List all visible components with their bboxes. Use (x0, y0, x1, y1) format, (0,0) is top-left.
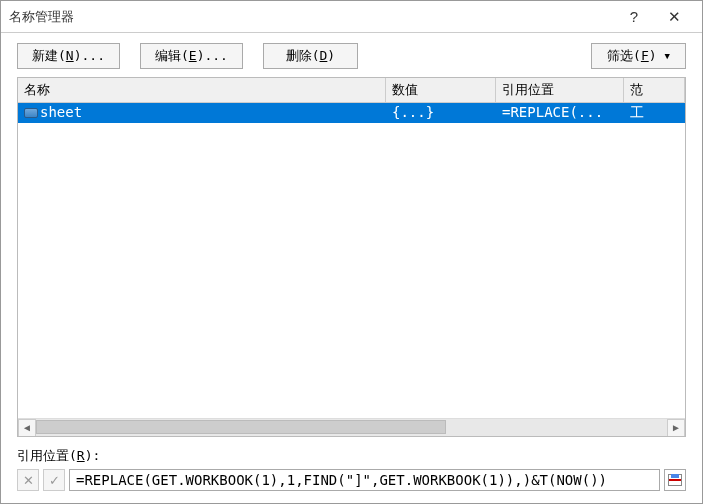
chevron-down-icon: ▼ (665, 51, 670, 61)
cancel-edit-button[interactable]: ✕ (17, 469, 39, 491)
scroll-right-icon[interactable]: ► (667, 419, 685, 437)
list-item[interactable]: sheet {...} =REPLACE(... 工 (18, 103, 685, 123)
header-scope[interactable]: 范 (624, 78, 685, 102)
name-manager-dialog: 名称管理器 ? ✕ 新建(N)... 编辑(E)... 删除(D) 筛选(F)▼… (0, 0, 703, 504)
help-button[interactable]: ? (614, 8, 654, 25)
close-button[interactable]: ✕ (654, 8, 694, 26)
cell-value: {...} (386, 103, 496, 123)
name-icon (24, 108, 38, 118)
name-list: 名称 数值 引用位置 范 sheet {...} =REPLACE(... 工 … (17, 77, 686, 437)
toolbar: 新建(N)... 编辑(E)... 删除(D) 筛选(F)▼ (1, 33, 702, 77)
header-value[interactable]: 数值 (386, 78, 496, 102)
new-button[interactable]: 新建(N)... (17, 43, 120, 69)
header-ref[interactable]: 引用位置 (496, 78, 624, 102)
edit-button[interactable]: 编辑(E)... (140, 43, 243, 69)
refers-to-input[interactable] (69, 469, 660, 491)
range-picker-icon (668, 474, 682, 486)
dialog-title: 名称管理器 (9, 8, 614, 26)
refers-to-row: ✕ ✓ (17, 469, 686, 491)
filter-button[interactable]: 筛选(F)▼ (591, 43, 686, 69)
refers-to-label: 引用位置(R): (17, 447, 686, 465)
confirm-edit-button[interactable]: ✓ (43, 469, 65, 491)
header-name[interactable]: 名称 (18, 78, 386, 102)
list-header: 名称 数值 引用位置 范 (18, 78, 685, 103)
scroll-track[interactable] (36, 419, 667, 437)
refers-to-section: 引用位置(R): ✕ ✓ (1, 441, 702, 503)
titlebar: 名称管理器 ? ✕ (1, 1, 702, 33)
scroll-left-icon[interactable]: ◄ (18, 419, 36, 437)
range-picker-button[interactable] (664, 469, 686, 491)
cell-scope: 工 (624, 103, 685, 123)
list-body: sheet {...} =REPLACE(... 工 (18, 103, 685, 418)
delete-button[interactable]: 删除(D) (263, 43, 358, 69)
scroll-thumb[interactable] (36, 420, 446, 434)
cell-ref: =REPLACE(... (496, 103, 624, 123)
cell-name: sheet (18, 103, 386, 123)
horizontal-scrollbar[interactable]: ◄ ► (18, 418, 685, 436)
